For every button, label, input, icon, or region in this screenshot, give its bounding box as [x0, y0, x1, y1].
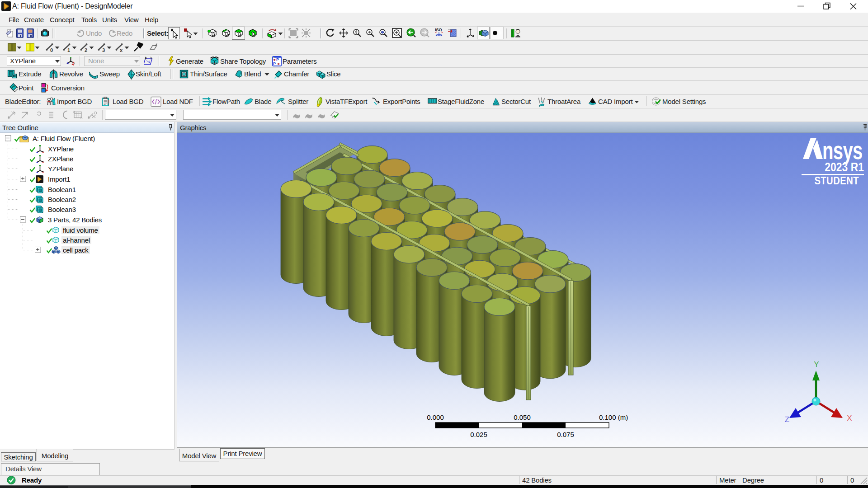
svg-text:3: 3	[102, 47, 105, 53]
svg-text:x: x	[120, 47, 123, 53]
svg-text:STUDENT: STUDENT	[814, 175, 859, 187]
svg-text:0.050: 0.050	[514, 413, 531, 421]
svg-text:0.100 (m): 0.100 (m)	[599, 413, 628, 421]
svg-text:P: P	[276, 57, 279, 62]
svg-text:X: X	[847, 414, 852, 422]
svg-text:Y: Y	[814, 360, 819, 369]
svg-text:0: 0	[50, 47, 53, 53]
svg-text:2: 2	[85, 47, 87, 53]
svg-text:0.075: 0.075	[557, 431, 574, 438]
svg-text:2023 R1: 2023 R1	[825, 160, 864, 174]
svg-text:P: P	[273, 61, 276, 66]
svg-text:ISO: ISO	[435, 28, 442, 32]
svg-text:0.025: 0.025	[470, 431, 487, 438]
svg-text:1: 1	[67, 47, 70, 53]
svg-text:0.000: 0.000	[427, 413, 444, 421]
svg-text:Z: Z	[785, 415, 789, 424]
